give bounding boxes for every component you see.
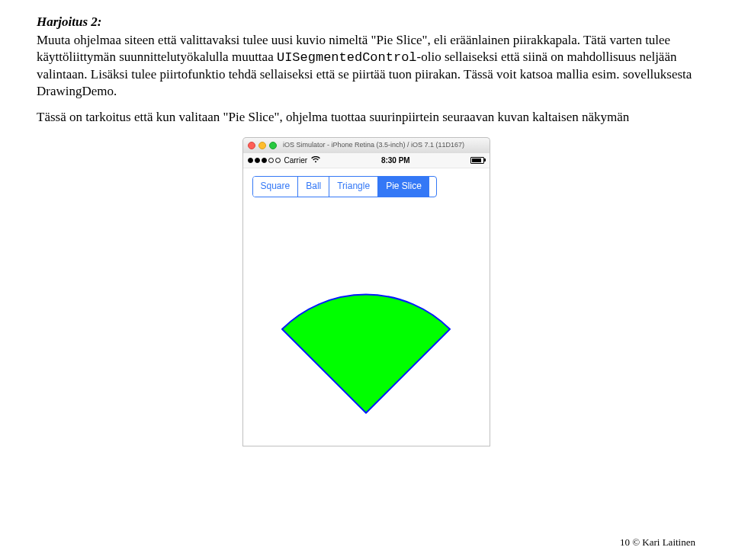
status-left: Carrier <box>248 155 321 165</box>
status-bar: Carrier 8:30 PM <box>243 153 490 168</box>
segment-ball[interactable]: Ball <box>298 177 329 197</box>
segment-triangle[interactable]: Triangle <box>329 177 378 197</box>
wifi-icon <box>311 155 320 165</box>
minimize-icon <box>258 142 266 149</box>
signal-icon <box>248 158 281 163</box>
carrier-label: Carrier <box>284 155 308 165</box>
simulator-titlebar: iOS Simulator - iPhone Retina (3.5-inch)… <box>242 137 490 153</box>
pie-slice-shape <box>267 287 465 424</box>
page-footer: 10 © Kari Laitinen <box>620 536 695 549</box>
segment-pie-slice[interactable]: Pie Slice <box>378 177 429 197</box>
segmented-control[interactable]: Square Ball Triangle Pie Slice <box>252 176 437 197</box>
window-traffic-lights <box>243 142 281 149</box>
app-content: Square Ball Triangle Pie Slice <box>243 168 490 446</box>
exercise-heading: Harjoitus 2: <box>37 14 695 30</box>
simulator-title: iOS Simulator - iPhone Retina (3.5-inch)… <box>281 141 490 150</box>
status-right <box>470 157 484 164</box>
simulator-screenshot: iOS Simulator - iPhone Retina (3.5-inch)… <box>242 137 490 446</box>
segment-square[interactable]: Square <box>253 177 299 197</box>
paragraph-2: Tässä on tarkoitus että kun valitaan "Pi… <box>37 109 695 126</box>
zoom-icon <box>269 142 277 149</box>
close-icon <box>248 142 255 149</box>
drawing-canvas <box>243 205 490 446</box>
paragraph-1: Muuta ohjelmaa siteen että valittavaksi … <box>37 32 695 100</box>
document-page: Harjoitus 2: Muuta ohjelmaa siteen että … <box>0 0 732 560</box>
code-uisegmentedcontrol: UISegmentedControl <box>277 50 417 65</box>
status-time: 8:30 PM <box>381 155 410 165</box>
phone-frame: Carrier 8:30 PM Square Ball Triangle Pie… <box>242 153 490 446</box>
battery-icon <box>470 157 484 164</box>
